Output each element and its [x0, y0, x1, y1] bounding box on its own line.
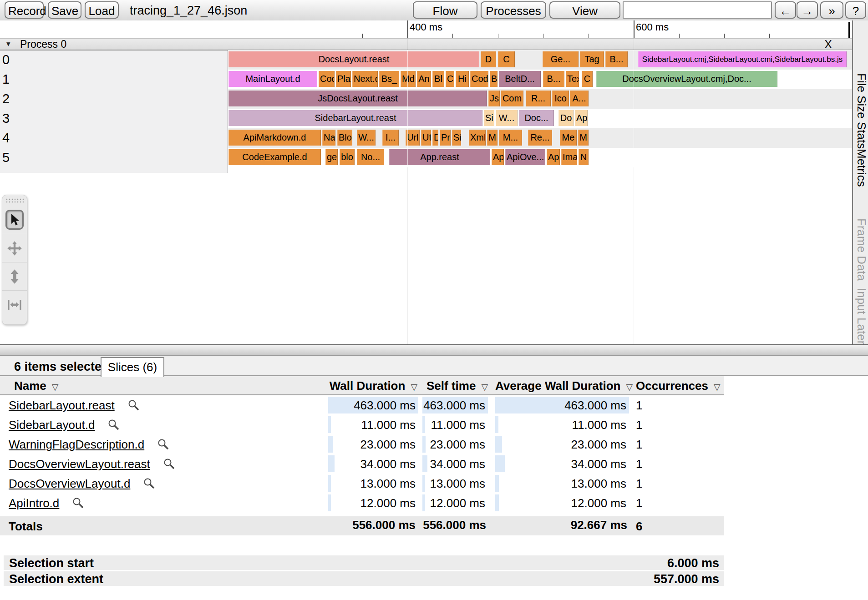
slice-name-link[interactable]: WarningFlagDescription.d: [9, 438, 144, 452]
flame-slice[interactable]: I...: [382, 130, 399, 146]
flame-slice[interactable]: An: [417, 71, 431, 87]
flame-slice[interactable]: M: [487, 130, 497, 146]
flame-slice[interactable]: Hi: [456, 71, 469, 87]
flame-slice[interactable]: Pla: [336, 71, 351, 87]
flame-slice[interactable]: Bs_: [379, 71, 399, 87]
flame-slice[interactable]: Cod: [470, 71, 488, 87]
flame-slice[interactable]: Bl: [432, 71, 444, 87]
flame-slice[interactable]: Si: [452, 130, 461, 146]
flame-slice[interactable]: Tag: [580, 51, 604, 67]
tab-slices[interactable]: Slices (6): [101, 357, 164, 377]
more-options-button[interactable]: »: [820, 1, 843, 19]
flow-events-button[interactable]: Flow events: [413, 1, 477, 19]
collapse-triangle-icon[interactable]: ▾: [6, 39, 10, 49]
slice-name-link[interactable]: SidebarLayout.d: [9, 418, 95, 432]
flame-slice[interactable]: M...: [499, 130, 522, 146]
view-options-button[interactable]: View Options: [549, 1, 620, 19]
flame-slice[interactable]: N: [579, 149, 589, 165]
flame-slice[interactable]: Md: [401, 71, 416, 87]
flame-slice[interactable]: Api: [547, 149, 560, 165]
flame-slice[interactable]: DocsLayout.reast: [228, 51, 479, 67]
flame-slice[interactable]: Ap: [575, 110, 588, 126]
column-header-wall-duration[interactable]: Wall Duration▽: [328, 379, 417, 393]
flame-slice[interactable]: Do: [558, 110, 574, 126]
flame-slice[interactable]: D: [481, 51, 496, 67]
flame-slice[interactable]: C: [446, 71, 454, 87]
flame-slice[interactable]: ApiOve...: [505, 149, 545, 165]
column-header-self-time[interactable]: Self time▽: [422, 379, 488, 393]
flame-slice[interactable]: A...: [570, 91, 589, 106]
flame-slice[interactable]: DocsOverviewLayout.cmj,Doc...: [596, 71, 777, 87]
column-header-average-wall-duration[interactable]: Average Wall Duration▽: [495, 379, 629, 393]
magnifier-icon[interactable]: [127, 399, 140, 411]
find-next-button[interactable]: →: [797, 1, 818, 19]
flame-slice[interactable]: Bl: [490, 71, 497, 87]
slice-name-link[interactable]: SidebarLayout.reast: [9, 398, 115, 413]
flame-slice[interactable]: W...: [357, 130, 376, 146]
help-button[interactable]: ?: [845, 1, 866, 19]
flame-slice[interactable]: B...: [605, 51, 628, 67]
flame-slice[interactable]: Js: [488, 91, 500, 106]
flame-slice[interactable]: B...: [543, 71, 564, 87]
zoom-tool-button[interactable]: [2, 262, 27, 290]
flame-slice[interactable]: Ut: [421, 130, 431, 146]
flame-slice[interactable]: C: [582, 71, 593, 87]
load-button[interactable]: Load: [85, 1, 119, 19]
flame-slice[interactable]: CodeExample.d: [228, 149, 321, 165]
slice-name-link[interactable]: ApiIntro.d: [9, 496, 59, 510]
flame-slice[interactable]: JsDocsLayout.reast: [228, 91, 487, 106]
slice-name-link[interactable]: DocsOverviewLayout.d: [9, 477, 130, 491]
column-header-name[interactable]: Name▽: [14, 379, 58, 393]
flame-slice[interactable]: R...: [526, 91, 551, 106]
find-previous-button[interactable]: ←: [775, 1, 796, 19]
flame-slice[interactable]: SidebarLayout.reast: [228, 110, 482, 126]
side-tab-metrics[interactable]: Metrics: [854, 149, 868, 187]
timing-tool-button[interactable]: [2, 290, 27, 318]
magnifier-icon[interactable]: [72, 497, 84, 509]
flame-slice[interactable]: W...: [496, 110, 518, 126]
side-tab-frame-data[interactable]: Frame Data: [854, 218, 868, 281]
save-button[interactable]: Save: [48, 1, 81, 19]
flame-slice[interactable]: Xml: [469, 130, 486, 146]
processes-button[interactable]: Processes: [481, 1, 546, 19]
flame-slice[interactable]: Next.d: [352, 71, 378, 87]
flame-slice[interactable]: Me: [560, 130, 577, 146]
flame-slice[interactable]: Re...: [528, 130, 552, 146]
flame-slice[interactable]: Ico: [552, 91, 569, 106]
side-tab-file-size-stats[interactable]: File Size Stats: [854, 73, 868, 149]
flame-slice[interactable]: Doc...: [519, 110, 554, 126]
flame-slice[interactable]: Cod: [319, 71, 335, 87]
process-header[interactable]: ▾ Process 0 X: [0, 38, 852, 50]
magnifier-icon[interactable]: [163, 458, 175, 470]
flame-slice[interactable]: Tex: [566, 71, 579, 87]
flame-slice[interactable]: ApiMarkdown.d: [228, 130, 321, 146]
flame-slice[interactable]: blo: [340, 149, 355, 165]
flame-slice[interactable]: Blo: [337, 130, 352, 146]
panel-splitter[interactable]: [0, 344, 868, 356]
flame-slice[interactable]: No...: [357, 149, 384, 165]
flame-slice[interactable]: MainLayout.d: [228, 71, 317, 87]
flame-slice[interactable]: M: [578, 130, 589, 146]
flame-slice[interactable]: Na: [322, 130, 335, 146]
search-input[interactable]: [623, 1, 772, 19]
flame-slice[interactable]: Si: [484, 110, 494, 126]
close-icon[interactable]: X: [824, 38, 832, 51]
flame-slice[interactable]: Pr: [440, 130, 451, 146]
flame-slice[interactable]: C: [498, 51, 515, 67]
slice-name-link[interactable]: DocsOverviewLayout.reast: [9, 457, 150, 471]
magnifier-icon[interactable]: [157, 438, 169, 450]
flame-slice[interactable]: D: [432, 130, 438, 146]
flame-slice[interactable]: Ap: [492, 149, 504, 165]
timeline-ruler[interactable]: 400 ms600 ms: [0, 20, 868, 38]
flame-slice[interactable]: ge: [325, 149, 338, 165]
flame-slice[interactable]: Ima: [561, 149, 577, 165]
record-button[interactable]: Record: [5, 1, 44, 19]
pan-tool-button[interactable]: [2, 234, 27, 262]
flame-slice[interactable]: BeltD...: [499, 71, 541, 87]
flame-slice[interactable]: Ge...: [543, 51, 579, 67]
magnifier-icon[interactable]: [143, 477, 155, 489]
column-header-occurrences[interactable]: Occurrences▽: [636, 379, 721, 393]
flame-slice[interactable]: App.reast: [389, 149, 490, 165]
flame-slice[interactable]: Com: [501, 91, 523, 106]
select-tool-button[interactable]: [2, 206, 27, 234]
